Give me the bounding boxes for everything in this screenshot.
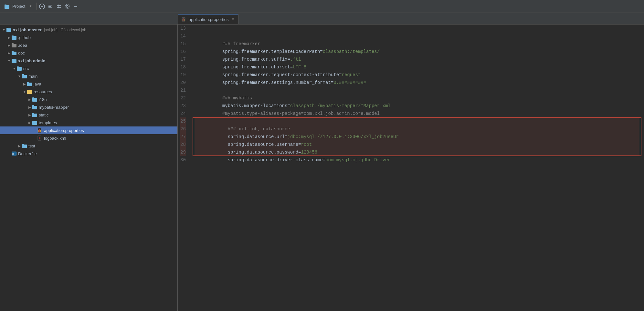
resources-label: resources [34, 89, 175, 94]
expand-arrow-github: ▶ [6, 35, 12, 40]
toolbar-separator-1 [36, 3, 37, 10]
tree-item-mybatis-mapper[interactable]: ▶ mybatis-mapper [0, 103, 177, 111]
code-comment-25: ### xxl-job, datasource [228, 126, 290, 132]
code-val-18: request [342, 72, 361, 77]
code-key-16: spring.freemarker.suffix= [222, 57, 290, 62]
code-val-19: 0.########## [333, 80, 366, 85]
tree-item-doc[interactable]: ▶ doc [0, 49, 177, 57]
svg-rect-17 [184, 18, 184, 21]
gear-icon [64, 4, 70, 9]
ln-23: 23 [180, 102, 186, 110]
i18n-folder-icon [32, 97, 37, 102]
main-area: ▼ xxl-job-master [xxl-job] C:\code\xxl-j… [0, 25, 644, 311]
svg-rect-18 [185, 19, 185, 21]
ln-24: 24 [180, 110, 186, 117]
toolbar-title: Project [12, 4, 25, 9]
tree-item-static[interactable]: ▶ static [0, 111, 177, 119]
github-folder-icon [12, 35, 17, 40]
svg-rect-25 [12, 52, 16, 55]
code-line-21: ### mybatis [195, 86, 639, 94]
i18n-label: i18n [39, 97, 175, 102]
code-commented-23: #mybatis.type-aliases-package=com.xxl.jo… [222, 111, 380, 116]
svg-rect-40 [32, 105, 34, 106]
svg-text:D: D [12, 153, 14, 156]
svg-rect-35 [27, 90, 32, 94]
project-folder-icon [5, 4, 10, 9]
collapse-button[interactable] [71, 2, 80, 11]
svg-rect-36 [27, 90, 29, 91]
tree-item-main[interactable]: ▼ main [0, 72, 177, 80]
doc-folder-icon [12, 51, 17, 55]
code-content[interactable]: ### freemarker spring.freemarker.templat… [190, 25, 644, 311]
code-key-28: spring.datasource.password= [228, 150, 301, 155]
expand-arrow-resources: ▼ [22, 89, 27, 94]
tab-close-button[interactable]: × [232, 17, 234, 22]
templates-folder-icon [32, 120, 37, 125]
settings-button[interactable] [63, 2, 71, 11]
svg-rect-42 [32, 113, 34, 114]
test-folder-icon [22, 144, 27, 148]
svg-rect-31 [22, 75, 27, 78]
code-key-17: spring.freemarker.charset= [222, 65, 293, 70]
code-line-15: spring.freemarker.templateLoaderPath=cla… [195, 40, 639, 48]
code-line-25: ### xxl-job, datasource [195, 117, 639, 125]
add-button[interactable] [38, 2, 46, 11]
tree-item-test[interactable]: ▶ test [0, 142, 177, 150]
tree-item-dockerfile[interactable]: ▶ D Dockerfile [0, 150, 177, 157]
idea-folder-icon [12, 43, 17, 47]
ln-14: 14 [180, 32, 186, 40]
tree-item-idea[interactable]: ▶ .idea [0, 41, 177, 49]
doc-label: doc [18, 51, 175, 55]
align-icon [48, 4, 53, 9]
align-button[interactable] [46, 2, 55, 11]
tab-application-properties[interactable]: application.properties × [178, 14, 238, 24]
code-comment-21: ### mybatis [222, 95, 252, 101]
tree-item-xxl-job-admin[interactable]: ▼ xxl-job-admin [0, 57, 177, 65]
tree-item-i18n[interactable]: ▶ i18n [0, 95, 177, 103]
svg-rect-51 [22, 144, 24, 145]
code-area[interactable]: 13 14 15 16 17 18 19 20 21 22 23 24 25 2… [178, 25, 644, 311]
line-numbers: 13 14 15 16 17 18 19 20 21 22 23 24 25 2… [178, 25, 190, 311]
ln-22: 22 [180, 94, 186, 102]
ln-13: 13 [180, 25, 186, 32]
svg-rect-16 [183, 19, 183, 21]
code-key-18: spring.freemarker.request-context-attrib… [222, 72, 342, 77]
ln-15: 15 [180, 40, 186, 48]
expand-arrow-doc: ▶ [6, 50, 12, 55]
code-val-28: 123456 [301, 150, 317, 155]
minus-icon [73, 4, 79, 9]
svg-rect-23 [12, 44, 16, 47]
java-folder-icon [27, 82, 32, 86]
expand-arrow-idea: ▶ [6, 43, 12, 48]
code-line-14: ### freemarker [195, 32, 639, 40]
tree-item-java[interactable]: ▶ java [0, 80, 177, 88]
java-label: java [34, 82, 175, 86]
code-val-15: classpath:/templates/ [323, 49, 380, 54]
tab-bar: application.properties × [0, 13, 644, 25]
code-key-26: spring.datasource.url= [228, 134, 288, 139]
ln-16: 16 [180, 48, 186, 55]
ln-19: 19 [180, 71, 186, 79]
svg-rect-32 [22, 74, 24, 75]
svg-point-12 [66, 5, 68, 7]
svg-rect-24 [12, 43, 14, 44]
align2-button[interactable] [55, 2, 63, 11]
svg-rect-49 [38, 136, 41, 140]
tree-item-github[interactable]: ▶ .github [0, 34, 177, 41]
code-key-22: mybatis.mapper-locations= [222, 103, 290, 108]
tree-item-templates[interactable]: ▶ templates [0, 119, 177, 126]
ln-27: 27 [180, 133, 186, 141]
ln-30: 30 [180, 156, 186, 164]
logback-file-icon [37, 135, 43, 141]
dropdown-arrow-icon[interactable]: ▼ [28, 4, 33, 9]
expand-arrow-src: ▼ [12, 66, 17, 71]
code-val-22: classpath:/mybatis-mapper/*Mapper.xml [290, 103, 391, 108]
ln-25: 25 [180, 117, 186, 125]
tree-item-root[interactable]: ▼ xxl-job-master [xxl-job] C:\code\xxl-j… [0, 26, 177, 34]
ln-21: 21 [180, 86, 186, 94]
tree-item-application-properties[interactable]: ▶ application.properties [0, 126, 177, 134]
tree-item-src[interactable]: ▼ src [0, 65, 177, 72]
tree-item-resources[interactable]: ▼ resources [0, 88, 177, 95]
expand-arrow-static: ▶ [27, 112, 32, 117]
tree-item-logback[interactable]: ▶ logback.xml [0, 134, 177, 142]
